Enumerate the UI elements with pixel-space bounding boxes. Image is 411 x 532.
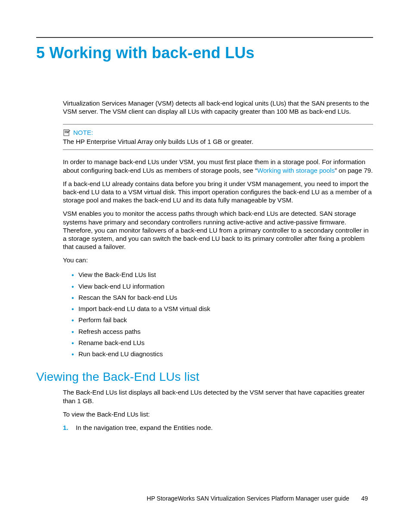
para-pool-post: ” on page 79. bbox=[335, 167, 373, 174]
note-text: The HP Enterprise Virtual Array only bui… bbox=[63, 138, 373, 145]
note-rule-top bbox=[63, 124, 373, 124]
chapter-title: 5 Working with back-end LUs bbox=[36, 44, 373, 62]
list-item: Perform fail back bbox=[72, 314, 373, 326]
note-heading: NOTE: bbox=[63, 129, 373, 136]
you-can-label: You can: bbox=[63, 256, 373, 264]
note-label: NOTE: bbox=[73, 129, 93, 136]
action-list: View the Back-End LUs list View back-end… bbox=[63, 269, 373, 360]
list-item: Rescan the SAN for back-end LUs bbox=[72, 292, 373, 303]
step-text: In the navigation tree, expand the Entit… bbox=[76, 423, 213, 432]
section-title: Viewing the Back-End LUs list bbox=[36, 370, 373, 384]
page-footer: HP StorageWorks SAN Virtualization Servi… bbox=[147, 495, 368, 502]
note-icon bbox=[63, 129, 71, 136]
footer-text: HP StorageWorks SAN Virtualization Servi… bbox=[147, 495, 349, 502]
section-intro: The Back-End LUs list displays all back-… bbox=[63, 388, 373, 404]
para-monitor: VSM enables you to monitor the access pa… bbox=[63, 209, 373, 251]
link-storage-pools[interactable]: Working with storage pools bbox=[257, 167, 335, 174]
step-row: 1. In the navigation tree, expand the En… bbox=[63, 423, 373, 432]
top-rule bbox=[36, 37, 373, 38]
page-number: 49 bbox=[361, 495, 368, 502]
content-block: Virtualization Services Manager (VSM) de… bbox=[63, 99, 373, 432]
intro-paragraph: Virtualization Services Manager (VSM) de… bbox=[63, 99, 373, 115]
page: 5 Working with back-end LUs Virtualizati… bbox=[0, 0, 411, 532]
para-import: If a back-end LU already contains data b… bbox=[63, 180, 373, 205]
list-item: Import back-end LU data to a VSM virtual… bbox=[72, 303, 373, 314]
list-item: View the Back-End LUs list bbox=[72, 269, 373, 280]
para-storage-pool: In order to manage back-end LUs under VS… bbox=[63, 158, 373, 174]
list-item: Run back-end LU diagnostics bbox=[72, 348, 373, 360]
step-list: 1. In the navigation tree, expand the En… bbox=[63, 423, 373, 432]
section-lead: To view the Back-End LUs list: bbox=[63, 410, 373, 418]
list-item: View back-end LU information bbox=[72, 281, 373, 292]
list-item: Rename back-end LUs bbox=[72, 337, 373, 348]
list-item: Refresh access paths bbox=[72, 326, 373, 337]
step-number: 1. bbox=[63, 423, 70, 432]
note-rule-bottom bbox=[63, 149, 373, 150]
note-box: NOTE: The HP Enterprise Virtual Array on… bbox=[63, 124, 373, 150]
